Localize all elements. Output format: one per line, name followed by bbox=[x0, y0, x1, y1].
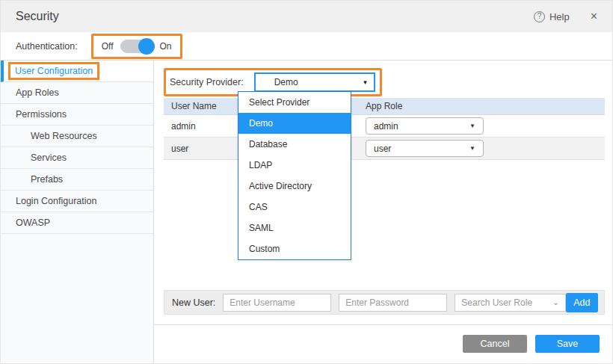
security-dialog: Security ? Help × Authentication: Off On… bbox=[0, 0, 613, 364]
sidebar: User Configuration App Roles Permissions… bbox=[1, 61, 154, 364]
provider-option-ldap[interactable]: LDAP bbox=[238, 155, 351, 176]
sidebar-item-label[interactable]: Web Resources bbox=[31, 131, 97, 141]
sidebar-item-permissions[interactable]: Permissions bbox=[1, 104, 153, 126]
save-button[interactable]: Save bbox=[535, 335, 600, 353]
close-icon[interactable]: × bbox=[591, 10, 597, 22]
sidebar-item-label[interactable]: OWASP bbox=[16, 218, 50, 228]
users-table: User Name App Role admin admin ▼ user bbox=[164, 98, 605, 160]
app-role-cell: admin ▼ bbox=[358, 117, 605, 135]
page-title: Security bbox=[16, 10, 59, 23]
cancel-button[interactable]: Cancel bbox=[463, 335, 527, 353]
toggle-off-label[interactable]: Off bbox=[102, 41, 114, 52]
sidebar-item-services[interactable]: Services bbox=[1, 147, 153, 169]
password-input[interactable] bbox=[339, 294, 447, 312]
new-user-bar: New User: Search User Role ⌄ Add bbox=[164, 290, 605, 315]
main-content: Security Provider: Demo ▾ Select Provide… bbox=[154, 61, 612, 364]
authentication-highlight-box: Off On bbox=[91, 34, 182, 59]
sidebar-item-web-resources[interactable]: Web Resources bbox=[1, 126, 153, 147]
caret-down-icon[interactable]: ▾ bbox=[363, 78, 367, 86]
username-input[interactable] bbox=[223, 294, 331, 312]
security-provider-value[interactable]: Demo bbox=[274, 77, 298, 87]
authentication-label: Authentication: bbox=[16, 41, 78, 52]
authentication-toggle[interactable] bbox=[120, 40, 153, 53]
add-user-button[interactable]: Add bbox=[566, 293, 598, 312]
user-role-placeholder[interactable]: Search User Role bbox=[455, 297, 532, 308]
app-role-select-admin[interactable]: admin ▼ bbox=[366, 117, 484, 135]
sidebar-item-owasp[interactable]: OWASP bbox=[1, 212, 153, 234]
sidebar-item-user-configuration[interactable]: User Configuration bbox=[1, 61, 153, 82]
new-user-label: New User: bbox=[172, 297, 215, 308]
sidebar-item-label[interactable]: Prefabs bbox=[31, 174, 63, 185]
provider-option-database[interactable]: Database bbox=[238, 134, 351, 155]
sidebar-item-label[interactable]: User Configuration bbox=[8, 62, 99, 80]
sidebar-item-label[interactable]: Login Configuration bbox=[16, 196, 96, 206]
authentication-row: Authentication: Off On bbox=[1, 32, 612, 61]
column-header-app-role: App Role bbox=[358, 101, 605, 111]
sidebar-item-app-roles[interactable]: App Roles bbox=[1, 82, 153, 104]
sidebar-item-label[interactable]: App Roles bbox=[16, 87, 59, 98]
provider-dropdown-menu: Select Provider Demo Database LDAP Activ… bbox=[238, 91, 351, 260]
toggle-on-label[interactable]: On bbox=[160, 41, 172, 52]
provider-option-active-directory[interactable]: Active Directory bbox=[238, 176, 351, 197]
sidebar-item-login-configuration[interactable]: Login Configuration bbox=[1, 191, 153, 212]
provider-option-saml[interactable]: SAML bbox=[238, 218, 351, 238]
app-role-value[interactable]: user bbox=[366, 144, 391, 154]
footer-divider bbox=[154, 324, 612, 325]
help-label[interactable]: Help bbox=[549, 11, 570, 22]
table-row-admin: admin admin ▼ bbox=[164, 115, 605, 138]
security-provider-label: Security Provider: bbox=[170, 77, 244, 87]
provider-option-cas[interactable]: CAS bbox=[238, 197, 351, 218]
users-table-header: User Name App Role bbox=[164, 98, 605, 115]
toggle-knob[interactable] bbox=[138, 38, 155, 55]
dialog-body: User Configuration App Roles Permissions… bbox=[1, 61, 612, 364]
footer: Cancel Save bbox=[164, 335, 612, 353]
caret-down-icon[interactable]: ▼ bbox=[469, 145, 475, 152]
titlebar: Security ? Help × bbox=[1, 1, 612, 32]
app-role-value[interactable]: admin bbox=[366, 121, 398, 132]
sidebar-item-prefabs[interactable]: Prefabs bbox=[1, 169, 153, 191]
app-role-select-user[interactable]: user ▼ bbox=[366, 140, 484, 157]
sidebar-item-label[interactable]: Services bbox=[31, 152, 67, 163]
help-button[interactable]: ? Help bbox=[534, 11, 570, 22]
provider-option-demo[interactable]: Demo bbox=[238, 113, 351, 134]
help-icon[interactable]: ? bbox=[534, 11, 545, 22]
app-role-cell: user ▼ bbox=[358, 140, 605, 157]
provider-option-custom[interactable]: Custom bbox=[238, 238, 351, 259]
caret-down-icon[interactable]: ▼ bbox=[469, 123, 475, 129]
user-role-select[interactable]: Search User Role ⌄ bbox=[455, 294, 565, 312]
table-row-user: user user ▼ bbox=[164, 138, 605, 160]
sidebar-item-label[interactable]: Permissions bbox=[16, 109, 67, 120]
provider-option-select-provider[interactable]: Select Provider bbox=[238, 92, 351, 113]
security-provider-select[interactable]: Demo ▾ bbox=[254, 73, 375, 92]
chevron-down-icon[interactable]: ⌄ bbox=[552, 298, 558, 306]
